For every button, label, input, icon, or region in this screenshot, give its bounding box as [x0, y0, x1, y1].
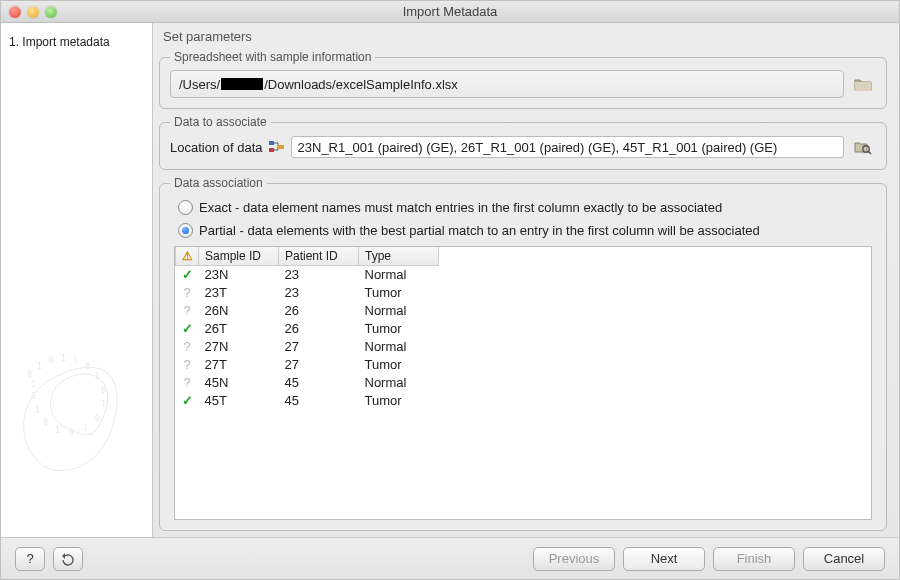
- cell-type: Tumor: [359, 392, 439, 410]
- svg-rect-18: [269, 148, 274, 152]
- cell-patient-id: 23: [279, 284, 359, 302]
- reset-icon: [60, 552, 76, 566]
- row-status-icon: ✓: [176, 320, 199, 338]
- data-association-legend: Data association: [170, 176, 267, 190]
- path-suffix: /Downloads/excelSampleInfo.xlsx: [264, 77, 458, 92]
- path-prefix: /Users/: [179, 77, 220, 92]
- table-row[interactable]: ✓26T26Tumor: [176, 320, 439, 338]
- window-title: Import Metadata: [1, 4, 899, 19]
- svg-text:0: 0: [27, 370, 32, 379]
- association-table[interactable]: ⚠ Sample ID Patient ID Type ✓23N23Normal…: [174, 246, 872, 520]
- titlebar: Import Metadata: [1, 1, 899, 23]
- wizard-step-1: 1. Import metadata: [9, 35, 144, 49]
- svg-text:0: 0: [49, 356, 54, 365]
- decorative-binary-swirl: 010 110 101 010 101 01: [5, 307, 145, 487]
- reset-button[interactable]: [53, 547, 83, 571]
- svg-text:1: 1: [35, 406, 40, 415]
- svg-text:0: 0: [69, 428, 74, 437]
- row-status-icon: ✓: [176, 392, 199, 410]
- svg-text:1: 1: [83, 424, 88, 433]
- spreadsheet-legend: Spreadsheet with sample information: [170, 50, 375, 64]
- cell-type: Normal: [359, 302, 439, 320]
- table-row[interactable]: ?23T23Tumor: [176, 284, 439, 302]
- row-status-icon: ?: [176, 284, 199, 302]
- sample-id-column-header[interactable]: Sample ID: [199, 247, 279, 266]
- cell-patient-id: 26: [279, 320, 359, 338]
- cell-patient-id: 26: [279, 302, 359, 320]
- cell-patient-id: 27: [279, 338, 359, 356]
- cell-type: Tumor: [359, 284, 439, 302]
- table-row[interactable]: ✓23N23Normal: [176, 266, 439, 284]
- cell-patient-id: 45: [279, 374, 359, 392]
- svg-text:1: 1: [95, 372, 100, 381]
- spreadsheet-path-field[interactable]: /Users//Downloads/excelSampleInfo.xlsx: [170, 70, 844, 98]
- cell-patient-id: 27: [279, 356, 359, 374]
- spreadsheet-group: Spreadsheet with sample information /Use…: [159, 50, 887, 109]
- cancel-button[interactable]: Cancel: [803, 547, 885, 571]
- cell-type: Normal: [359, 374, 439, 392]
- patient-id-column-header[interactable]: Patient ID: [279, 247, 359, 266]
- previous-button[interactable]: Previous: [533, 547, 615, 571]
- finish-button[interactable]: Finish: [713, 547, 795, 571]
- svg-text:0: 0: [101, 386, 106, 395]
- cell-sample-id: 27N: [199, 338, 279, 356]
- cell-sample-id: 23T: [199, 284, 279, 302]
- table-row[interactable]: ?27N27Normal: [176, 338, 439, 356]
- svg-text:0: 0: [95, 414, 100, 423]
- row-status-icon: ?: [176, 356, 199, 374]
- cell-sample-id: 26T: [199, 320, 279, 338]
- wizard-steps-sidebar: 1. Import metadata 010 110 101 010 101 0…: [1, 23, 153, 537]
- radio-partial-label: Partial - data elements with the best pa…: [199, 223, 760, 238]
- table-header-row: ⚠ Sample ID Patient ID Type: [176, 247, 439, 266]
- radio-exact-label: Exact - data element names must match en…: [199, 200, 722, 215]
- row-status-icon: ?: [176, 302, 199, 320]
- svg-line-21: [868, 151, 871, 154]
- svg-text:1: 1: [73, 356, 78, 365]
- svg-text:0: 0: [85, 362, 90, 371]
- cell-sample-id: 23N: [199, 266, 279, 284]
- svg-rect-19: [278, 145, 284, 149]
- row-status-icon: ?: [176, 374, 199, 392]
- wizard-footer: ? Previous Next Finish Cancel: [1, 537, 899, 579]
- row-status-icon: ✓: [176, 266, 199, 284]
- svg-text:0: 0: [31, 392, 36, 401]
- data-association-group: Data association Exact - data element na…: [159, 176, 887, 531]
- help-button[interactable]: ?: [15, 547, 45, 571]
- svg-text:1: 1: [31, 380, 36, 389]
- svg-rect-17: [269, 141, 274, 145]
- svg-text:1: 1: [37, 362, 42, 371]
- cell-patient-id: 45: [279, 392, 359, 410]
- svg-text:1: 1: [55, 426, 60, 435]
- data-to-associate-legend: Data to associate: [170, 115, 271, 129]
- radio-exact[interactable]: Exact - data element names must match en…: [170, 196, 876, 219]
- table-row[interactable]: ?26N26Normal: [176, 302, 439, 320]
- radio-exact-indicator: [178, 200, 193, 215]
- cell-patient-id: 23: [279, 266, 359, 284]
- cell-type: Normal: [359, 266, 439, 284]
- svg-text:1: 1: [101, 400, 106, 409]
- data-tree-icon: [269, 140, 285, 154]
- radio-partial[interactable]: Partial - data elements with the best pa…: [170, 219, 876, 242]
- cell-sample-id: 45T: [199, 392, 279, 410]
- browse-spreadsheet-button[interactable]: [850, 72, 876, 96]
- section-heading-set-parameters: Set parameters: [159, 29, 887, 44]
- cell-sample-id: 45N: [199, 374, 279, 392]
- radio-partial-indicator: [178, 223, 193, 238]
- browse-data-button[interactable]: [850, 135, 876, 159]
- cell-type: Tumor: [359, 356, 439, 374]
- svg-text:0: 0: [43, 418, 48, 427]
- cell-sample-id: 27T: [199, 356, 279, 374]
- type-column-header[interactable]: Type: [359, 247, 439, 266]
- cell-type: Normal: [359, 338, 439, 356]
- location-of-data-field[interactable]: 23N_R1_001 (paired) (GE), 26T_R1_001 (pa…: [291, 136, 844, 158]
- table-row[interactable]: ?45N45Normal: [176, 374, 439, 392]
- cell-type: Tumor: [359, 320, 439, 338]
- cell-sample-id: 26N: [199, 302, 279, 320]
- table-row[interactable]: ✓45T45Tumor: [176, 392, 439, 410]
- data-to-associate-group: Data to associate Location of data 23N_R…: [159, 115, 887, 170]
- status-column-header[interactable]: ⚠: [176, 247, 199, 266]
- next-button[interactable]: Next: [623, 547, 705, 571]
- table-row[interactable]: ?27T27Tumor: [176, 356, 439, 374]
- svg-text:1: 1: [61, 354, 66, 363]
- location-of-data-label: Location of data: [170, 140, 263, 155]
